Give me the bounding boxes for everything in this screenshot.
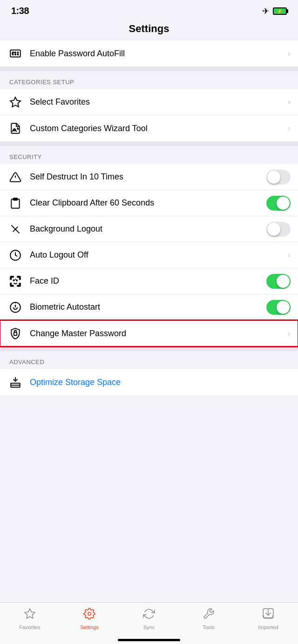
background-logout-label: Background Logout	[30, 224, 266, 234]
auto-logout-row[interactable]: Auto Logout Off ›	[0, 242, 298, 268]
tab-settings[interactable]: Settings	[60, 603, 119, 635]
status-bar: 1:38 ✈ ⚡	[0, 0, 298, 18]
optimize-icon	[7, 376, 23, 388]
svg-point-1	[13, 52, 14, 53]
tools-tab-label: Tools	[203, 624, 215, 630]
favorites-tab-label: Favorites	[19, 624, 40, 630]
svg-rect-25	[11, 385, 20, 387]
status-icons: ✈ ⚡	[262, 6, 287, 16]
favorites-tab-icon	[24, 608, 36, 623]
tab-sync[interactable]: Sync	[119, 603, 179, 635]
tab-favorites[interactable]: Favorites	[0, 603, 60, 635]
optimize-storage-row[interactable]: Optimize Storage Space	[0, 369, 298, 395]
sync-tab-label: Sync	[143, 624, 155, 630]
svg-rect-24	[14, 332, 17, 336]
sync-tab-icon	[143, 608, 155, 623]
svg-marker-26	[25, 609, 35, 618]
face-id-toggle[interactable]	[266, 274, 291, 289]
auto-logout-label: Auto Logout Off	[30, 250, 288, 260]
auto-logout-chevron: ›	[288, 250, 291, 260]
keyboard-icon	[7, 47, 23, 60]
background-logout-toggle[interactable]	[266, 222, 291, 237]
svg-point-22	[15, 305, 15, 305]
svg-point-6	[17, 54, 18, 55]
warning-icon	[7, 171, 23, 183]
tools-tab-icon	[203, 608, 215, 623]
clipboard-icon	[7, 197, 23, 209]
imported-tab-label: Imported	[258, 624, 278, 630]
tab-imported[interactable]: Imported	[238, 603, 298, 635]
page-title: Settings	[0, 18, 298, 40]
biometric-icon	[7, 301, 23, 313]
imported-tab-icon	[262, 608, 274, 623]
biometric-autostart-toggle[interactable]	[266, 300, 291, 315]
airplane-icon: ✈	[262, 6, 269, 16]
security-header: SECURITY	[0, 146, 298, 164]
clear-clipboard-toggle[interactable]	[266, 196, 291, 211]
tab-tools[interactable]: Tools	[179, 603, 238, 635]
biometric-autostart-label: Biometric Autostart	[30, 302, 266, 312]
battery-icon: ⚡	[273, 7, 287, 15]
autofill-chevron: ›	[288, 49, 291, 59]
face-id-icon	[7, 275, 23, 287]
change-master-password-row[interactable]: Change Master Password ›	[0, 320, 298, 346]
advanced-group: Optimize Storage Space	[0, 369, 298, 395]
autofill-group: Enable Password AutoFill ›	[0, 40, 298, 66]
svg-marker-9	[10, 97, 20, 107]
change-master-password-label: Change Master Password	[30, 329, 288, 339]
svg-point-7	[14, 52, 14, 53]
svg-point-8	[12, 53, 13, 54]
sep-2	[0, 141, 298, 146]
self-destruct-row[interactable]: Self Destruct In 10 Times	[0, 164, 298, 190]
svg-point-4	[13, 54, 14, 55]
status-time: 1:38	[11, 6, 29, 16]
custom-categories-row[interactable]: Custom Categories Wizard Tool ›	[0, 115, 298, 141]
select-favorites-row[interactable]: Select Favorites ›	[0, 89, 298, 115]
custom-categories-chevron: ›	[288, 124, 291, 133]
optimize-storage-label: Optimize Storage Space	[30, 378, 291, 387]
select-favorites-label: Select Favorites	[30, 97, 288, 107]
change-master-password-chevron: ›	[288, 329, 291, 339]
clear-clipboard-label: Clear Clipboard After 60 Seconds	[30, 198, 266, 208]
svg-point-3	[17, 52, 18, 53]
home-indicator	[118, 639, 180, 641]
face-id-label: Face ID	[30, 276, 266, 286]
svg-point-5	[15, 54, 16, 55]
select-favorites-chevron: ›	[288, 97, 291, 107]
clock-icon	[7, 249, 23, 261]
self-destruct-label: Self Destruct In 10 Times	[30, 172, 266, 182]
wizard-icon	[7, 122, 23, 134]
custom-categories-label: Custom Categories Wizard Tool	[30, 124, 288, 133]
svg-point-20	[16, 279, 17, 280]
categories-group: Select Favorites › Custom Categories Wiz…	[0, 89, 298, 141]
self-destruct-toggle[interactable]	[266, 170, 291, 185]
background-logout-row[interactable]: Background Logout	[0, 216, 298, 242]
categories-header: CATEGORIES SETUP	[0, 71, 298, 89]
autofill-row[interactable]: Enable Password AutoFill ›	[0, 40, 298, 66]
logout-icon	[7, 223, 23, 235]
svg-point-27	[88, 612, 91, 615]
tab-bar: Favorites Settings Sync Tools	[0, 602, 298, 644]
battery-bolt: ⚡	[277, 8, 283, 14]
autofill-label: Enable Password AutoFill	[30, 49, 288, 59]
svg-point-19	[14, 279, 14, 280]
security-group: Self Destruct In 10 Times Clear Clipboar…	[0, 164, 298, 346]
advanced-header: ADVANCED	[0, 351, 298, 369]
settings-tab-label: Settings	[80, 624, 99, 630]
face-id-row[interactable]: Face ID	[0, 268, 298, 294]
clear-clipboard-row[interactable]: Clear Clipboard After 60 Seconds	[0, 190, 298, 216]
biometric-autostart-row[interactable]: Biometric Autostart	[0, 294, 298, 320]
sep-3	[0, 346, 298, 351]
lock-shield-icon	[7, 327, 23, 339]
settings-tab-icon	[83, 608, 95, 623]
sep-1	[0, 66, 298, 71]
star-icon	[7, 96, 23, 108]
svg-point-2	[15, 52, 16, 53]
